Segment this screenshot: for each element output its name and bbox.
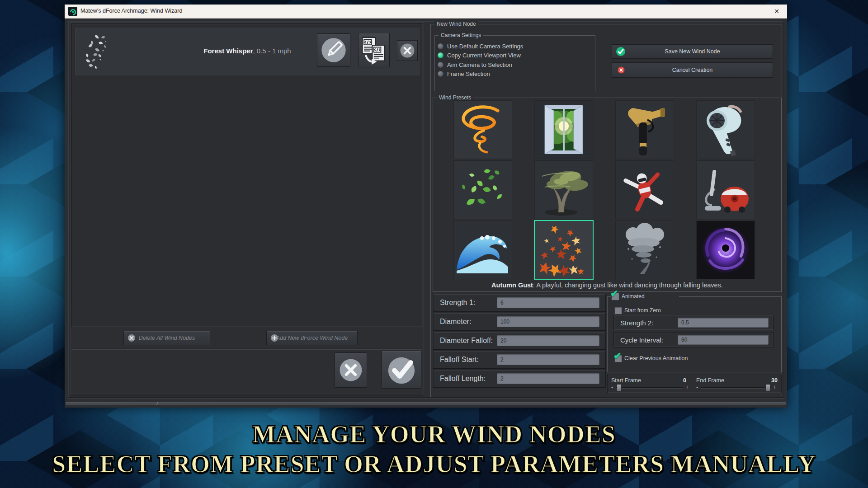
start-frame-slider-handle[interactable] [617,384,622,391]
radio-frame-selection[interactable] [438,71,443,77]
wind-presets-group: Wind Presets [433,98,782,292]
end-frame-label: End Frame [696,377,724,384]
param-row-strength1: Strength 1: [433,294,606,312]
end-frame-slider-handle[interactable] [765,384,770,391]
copy-settings-icon [360,35,388,65]
cycle-interval-label: Cycle Interval: [620,336,663,344]
copy-node-settings-button[interactable] [358,33,390,67]
diameter-label: Diameter: [440,318,471,326]
radio-use-default-camera[interactable] [438,43,443,49]
radio-use-default-camera-label[interactable]: Use Default Camera Settings [447,43,523,50]
end-frame-slider[interactable] [701,387,771,389]
clear-previous-animation-checkbox[interactable]: ✔ Clear Previous Animation [614,355,714,362]
preset-tile-tornado-storm[interactable] [615,221,674,279]
falloff-length-input[interactable] [497,373,599,384]
close-button[interactable]: ✕ [769,5,784,18]
start-from-zero-checkbox-box[interactable] [614,307,622,314]
circle-x-icon [398,42,416,60]
start-frame-slider[interactable] [616,387,683,389]
param-row-strength2: Strength 2: [613,315,774,330]
diameter-input[interactable] [497,316,599,327]
radio-copy-current-viewport[interactable] [438,52,443,58]
preset-tile-windswept-tree[interactable] [534,160,593,219]
strength2-label: Strength 2: [620,319,653,327]
desktop-background: MANAGE YOUR WIND NODES SELECT FROM PRESE… [0,0,868,488]
node-card[interactable]: Forest Whisper, 0.5 - 1 mph [75,27,420,76]
radio-aim-camera-to-selection[interactable] [438,62,443,68]
preset-tile-scattering-leaves[interactable] [453,160,512,219]
param-row-diameter-falloff: Diameter Falloff: [433,332,606,350]
start-frame-minus[interactable]: - [611,385,613,390]
param-row-cycle-interval: Cycle Interval: [613,332,774,347]
delete-all-label: Delete All Wind Nodes [124,335,210,341]
radio-aim-camera-to-selection-label[interactable]: Aim Camera to Selection [447,61,512,68]
animated-check-icon: ✔ [610,288,618,299]
end-frame-plus[interactable]: + [773,385,777,390]
save-new-wind-node-button[interactable]: Save New Wind Node [612,44,773,59]
preset-description-title: Autumn Gust [491,282,533,289]
preset-tile-autumn-gust[interactable] [534,220,594,280]
start-frame-label: Start Frame [611,377,641,384]
preset-tile-vintage-hair-dryer[interactable] [615,100,674,159]
cancel-creation-button[interactable]: Cancel Creation [612,62,773,78]
wind-presets-label: Wind Presets [437,94,473,101]
x-icon [338,357,364,383]
backdrop-headline: MANAGE YOUR WIND NODES SELECT FROM PRESE… [0,419,868,479]
pencil-icon [319,36,348,65]
strength1-label: Strength 1: [440,299,475,307]
animated-checkbox[interactable]: ✔ Animated [611,292,679,300]
title-bar[interactable]: Matew's dForce Archmage: Wind Wizard ✕ [65,5,787,19]
animation-group: ✔ Animated ✔ Start from Zero Strength 2:… [607,296,782,372]
edit-node-button[interactable] [317,33,350,67]
end-frame-value: 30 [765,377,778,384]
save-new-wind-node-label: Save New Wind Node [612,48,773,55]
falloff-length-label: Falloff Length: [440,375,486,383]
camera-settings-label: Camera Settings [439,32,483,38]
dialog-bottom-groove [68,397,784,399]
backdrop-headline-line2: SELECT FROM PRESET OR ADJUST PARAMETERS … [0,449,868,479]
falloff-start-input[interactable] [497,354,599,365]
check-icon [386,354,417,385]
start-from-zero-checkbox[interactable]: ✔ Start from Zero [614,307,687,314]
start-frame-plus[interactable]: + [685,385,689,390]
delete-all-wind-nodes-button[interactable]: Delete All Wind Nodes [123,331,210,345]
animated-label[interactable]: Animated [622,293,645,300]
preset-tile-open-window[interactable] [534,100,593,159]
falloff-start-label: Falloff Start: [440,356,479,364]
strength2-input[interactable] [678,318,769,328]
preset-description-text: : A playful, changing gust like wind dan… [533,282,723,289]
preset-tile-purple-vortex[interactable] [696,221,755,279]
clear-previous-check-icon: ✔ [613,351,622,361]
preset-tile-ocean-wave[interactable] [453,221,512,279]
new-wind-node-label: New Wind Node [434,21,478,27]
cycle-interval-input[interactable] [678,335,769,345]
add-wind-node-button[interactable]: Add New dForce Wind Node [266,331,358,345]
start-frame-value: 0 [675,377,686,384]
radio-copy-current-viewport-label[interactable]: Copy Current Viewport View [447,52,521,59]
preset-tile-tornado-sketch[interactable] [453,100,512,159]
backdrop-headline-line1: MANAGE YOUR WIND NODES [0,419,868,449]
preset-tile-vacuum-cleaner[interactable] [696,160,755,219]
diameter-falloff-input[interactable] [497,335,599,346]
strength1-input[interactable] [497,297,599,308]
app-icon [68,7,77,16]
start-from-zero-label[interactable]: Start from Zero [624,307,661,314]
end-frame-minus[interactable]: - [696,385,698,390]
camera-settings-group: Camera Settings Use Default Camera Setti… [434,35,595,91]
preset-tile-skydiver[interactable] [615,160,674,219]
window-title: Matew's dForce Archmage: Wind Wizard [80,8,182,14]
diameter-falloff-label: Diameter Falloff: [440,337,493,345]
remove-node-button[interactable] [397,40,418,61]
preset-tile-modern-hair-dryer[interactable] [696,100,755,159]
bottom-scrollbar[interactable] [66,402,786,406]
param-row-diameter: Diameter: [433,313,606,331]
cancel-dialog-button[interactable] [335,352,367,388]
confirm-dialog-button[interactable] [382,351,421,389]
radio-frame-selection-label[interactable]: Frame Selection [447,70,490,77]
frame-range-box: Start Frame 0 - + End Frame 30 - + [607,375,782,393]
clear-previous-label[interactable]: Clear Previous Animation [624,355,688,361]
preset-description: Autumn Gust: A playful, changing gust li… [433,282,781,289]
left-panel-divider [71,348,422,350]
node-title: Forest Whisper [203,47,253,55]
param-row-falloff-start: Falloff Start: [433,351,606,369]
